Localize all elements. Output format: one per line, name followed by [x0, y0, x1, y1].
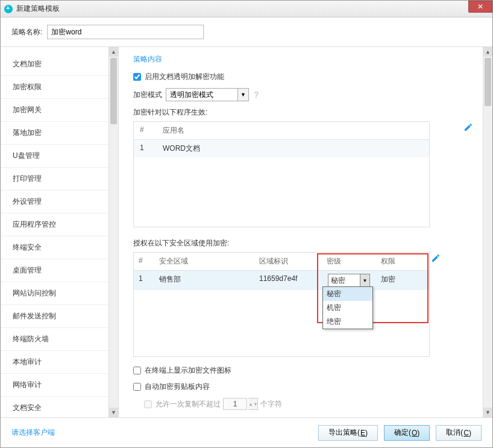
dialog-window: 新建策略模板 ✕ 策略名称: 文档加密加密权限加密网关落地加密U盘管理打印管理外… [0, 0, 493, 448]
table-row[interactable]: 1销售部11659d7e4f秘密▼加密 [134, 271, 429, 290]
category-sidebar: 文档加密加密权限加密网关落地加密U盘管理打印管理外设管理应用程序管控终端安全桌面… [1, 47, 108, 417]
sidebar-item[interactable]: 文档加密 [1, 53, 108, 76]
sidebar-item[interactable]: U盘管理 [1, 145, 108, 168]
section-title: 策略内容 [133, 54, 471, 65]
show-icon-row: 在终端上显示加密文件图标 [133, 365, 471, 376]
sidebar-item[interactable]: 应用程序管控 [1, 213, 108, 236]
mode-select-arrow[interactable]: ▼ [238, 88, 249, 101]
apps-heading: 加密针对以下程序生效: [133, 107, 471, 118]
apps-edit-button[interactable] [463, 122, 473, 132]
select-client-link[interactable]: 请选择客户端 [11, 427, 55, 438]
policy-name-row: 策略名称: [1, 17, 492, 46]
mode-select-input[interactable] [166, 88, 238, 101]
window-title: 新建策略模板 [16, 4, 60, 14]
copy-limit-row: 允许一次复制不超过 ▲▼ 个字符 [144, 398, 471, 410]
chevron-down-icon[interactable]: ▼ [360, 274, 369, 286]
level-dropdown[interactable]: 秘密机密绝密 [322, 286, 373, 329]
sidebar-item[interactable]: 终端安全 [1, 236, 108, 259]
zones-edit-button[interactable] [431, 253, 441, 263]
pencil-icon [431, 253, 441, 263]
cell-app: WORD文档 [157, 140, 429, 157]
sidebar-item[interactable]: 本地审计 [1, 351, 108, 374]
cell-num: 1 [134, 140, 157, 157]
show-icon-checkbox[interactable] [133, 367, 141, 374]
cell-area: 销售部 [154, 271, 254, 290]
scroll-thumb[interactable] [110, 58, 117, 124]
help-icon[interactable]: ? [254, 90, 259, 99]
enable-encryption-row: 启用文档透明加解密功能 [133, 72, 471, 82]
enable-encryption-checkbox[interactable] [133, 73, 141, 81]
sidebar-item[interactable]: 桌面管理 [1, 259, 108, 282]
mode-row: 加密模式 ▼ ? [133, 88, 471, 101]
app-icon [4, 5, 13, 13]
zones-th-id: 区域标识 [254, 253, 322, 270]
sidebar-item[interactable]: 外设管理 [1, 191, 108, 213]
export-policy-button[interactable]: 导出策略(E) [318, 425, 378, 441]
scroll-up-icon[interactable]: ▲ [109, 47, 118, 57]
zones-th-num: # [134, 253, 154, 270]
enable-encryption-label: 启用文档透明加解密功能 [145, 72, 224, 82]
sidebar-item[interactable]: 网络审计 [1, 374, 108, 397]
auto-clipboard-row: 自动加密剪贴板内容 [133, 382, 471, 392]
sidebar-item[interactable]: 加密网关 [1, 99, 108, 122]
scroll-up-icon[interactable]: ▲ [483, 47, 492, 57]
copy-limit-spinner: ▲▼ [248, 398, 258, 410]
sidebar-item[interactable]: 打印管理 [1, 168, 108, 191]
dropdown-option[interactable]: 绝密 [323, 315, 372, 329]
apps-th-num: # [134, 122, 157, 139]
apps-table: # 应用名 1WORD文档 [133, 121, 430, 227]
level-select[interactable]: 秘密▼ [328, 274, 370, 287]
policy-name-input[interactable] [47, 25, 204, 39]
dropdown-option[interactable]: 机密 [323, 301, 372, 315]
copy-limit-checkbox [144, 400, 152, 408]
scroll-thumb[interactable] [485, 58, 491, 106]
copy-limit-after: 个字符 [260, 399, 282, 409]
sidebar-scrollbar[interactable]: ▲ ▼ [108, 47, 118, 417]
titlebar: 新建策略模板 ✕ [1, 1, 492, 17]
dropdown-option[interactable]: 秘密 [323, 287, 372, 301]
ok-button[interactable]: 确定(O) [384, 425, 430, 441]
zones-th-perm: 权限 [376, 253, 429, 270]
sidebar-item[interactable]: 文档安全 [1, 397, 108, 417]
zones-th-level: 密级 [322, 253, 376, 270]
zones-heading: 授权在以下安全区域使用加密: [133, 238, 471, 248]
scroll-down-icon[interactable]: ▼ [483, 408, 492, 417]
auto-clipboard-label: 自动加密剪贴板内容 [145, 382, 210, 392]
sidebar-item[interactable]: 网站访问控制 [1, 282, 108, 305]
pencil-icon [463, 122, 473, 132]
mode-label: 加密模式 [133, 90, 162, 100]
sidebar-item[interactable]: 加密权限 [1, 76, 108, 99]
table-row[interactable]: 1WORD文档 [134, 140, 429, 157]
cell-perm: 加密 [376, 271, 429, 290]
close-button[interactable]: ✕ [468, 1, 492, 13]
copy-limit-value [223, 398, 247, 410]
show-icon-label: 在终端上显示加密文件图标 [145, 365, 231, 376]
dialog-footer: 请选择客户端 导出策略(E) 确定(O) 取消(C) [1, 417, 492, 447]
content-scrollbar[interactable]: ▲ ▼ [483, 47, 492, 417]
zones-th-area: 安全区域 [154, 253, 254, 270]
sidebar-item[interactable]: 邮件发送控制 [1, 305, 108, 328]
apps-th-name: 应用名 [157, 122, 429, 139]
cell-num: 1 [134, 271, 154, 290]
cancel-button[interactable]: 取消(C) [436, 425, 482, 441]
auto-clipboard-checkbox[interactable] [133, 383, 141, 391]
sidebar-item[interactable]: 终端防火墙 [1, 328, 108, 351]
content-pane: 策略内容 启用文档透明加解密功能 加密模式 ▼ ? 加密针对以下程序生效: [119, 47, 483, 417]
scroll-down-icon[interactable]: ▼ [109, 408, 118, 417]
policy-name-label: 策略名称: [11, 27, 42, 37]
cell-id: 11659d7e4f [254, 271, 322, 290]
copy-limit-before: 允许一次复制不超过 [155, 399, 221, 409]
sidebar-item[interactable]: 落地加密 [1, 122, 108, 145]
zones-table: # 安全区域 区域标识 密级 权限 1销售部11659d7e4f秘密▼加密 秘密… [133, 252, 430, 357]
